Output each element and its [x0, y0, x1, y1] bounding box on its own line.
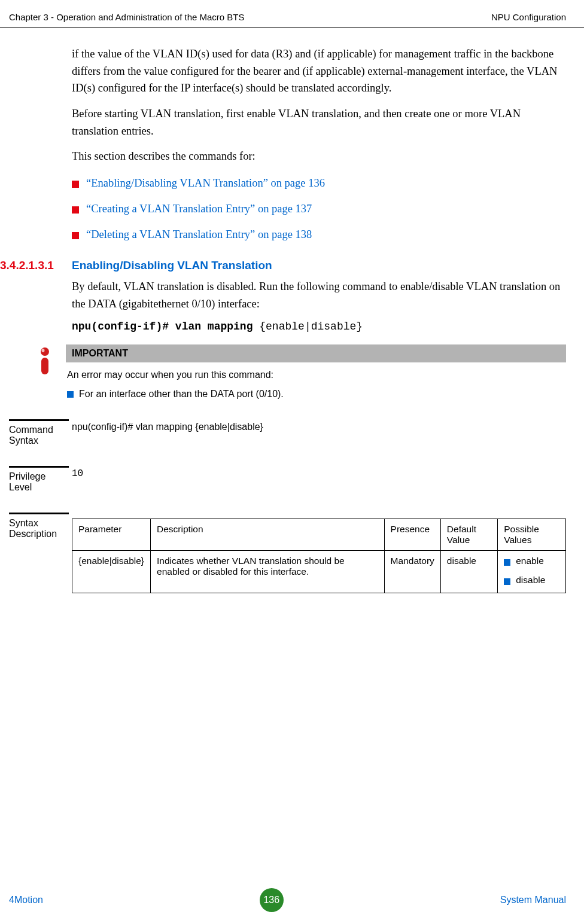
syntax-description-block: Syntax Description Parameter Description…: [9, 508, 566, 593]
value-text: disable: [516, 575, 545, 585]
footer-left: 4Motion: [9, 895, 43, 905]
table-row: {enable|disable} Indicates whether VLAN …: [72, 551, 566, 593]
list-item: “Deleting a VLAN Translation Entry” on p…: [72, 228, 566, 241]
bullet-icon: [67, 391, 74, 398]
svg-rect-1: [41, 358, 48, 374]
page-header: Chapter 3 - Operation and Administration…: [0, 0, 584, 28]
important-label: IMPORTANT: [66, 344, 566, 362]
section-title: Enabling/Disabling VLAN Translation: [72, 259, 272, 272]
bullet-icon: [72, 206, 79, 214]
list-item: “Creating a VLAN Translation Entry” on p…: [72, 203, 566, 215]
col-presence: Presence: [384, 519, 440, 551]
link-list: “Enabling/Disabling VLAN Translation” on…: [72, 177, 566, 241]
cell-description: Indicates whether VLAN translation shoul…: [151, 551, 385, 593]
col-possible: Possible Values: [498, 519, 566, 551]
paragraph: This section describes the commands for:: [72, 148, 566, 165]
cross-ref-link[interactable]: “Deleting a VLAN Translation Entry” on p…: [86, 228, 312, 241]
cross-ref-link[interactable]: “Enabling/Disabling VLAN Translation” on…: [86, 177, 325, 190]
col-description: Description: [151, 519, 385, 551]
svg-point-2: [42, 349, 45, 352]
content-area: if the value of the VLAN ID(s) used for …: [0, 45, 584, 593]
code-command: npu(config-if)# vlan mapping {enable|dis…: [72, 321, 566, 333]
cell-presence: Mandatory: [384, 551, 440, 593]
page-footer: 4Motion 136 System Manual: [9, 888, 566, 912]
svg-point-0: [41, 347, 49, 356]
bullet-icon: [72, 232, 79, 239]
value-option: enable: [504, 556, 559, 566]
info-label: Privilege Level: [9, 466, 69, 493]
table-header-row: Parameter Description Presence Default V…: [72, 519, 566, 551]
footer-right: System Manual: [500, 895, 566, 905]
syntax-table-wrapper: Parameter Description Presence Default V…: [72, 508, 566, 593]
col-default: Default Value: [440, 519, 497, 551]
important-text: An error may occur when you run this com…: [67, 370, 562, 380]
bullet-icon: [504, 559, 510, 566]
command-syntax-block: Command Syntax npu(config-if)# vlan mapp…: [9, 414, 566, 446]
cell-parameter: {enable|disable}: [72, 551, 151, 593]
list-item: “Enabling/Disabling VLAN Translation” on…: [72, 177, 566, 190]
info-icon: [24, 344, 66, 400]
bullet-icon: [504, 578, 510, 585]
section-heading: 3.4.2.1.3.1 Enabling/Disabling VLAN Tran…: [0, 259, 566, 272]
value-option: disable: [504, 575, 559, 585]
paragraph: if the value of the VLAN ID(s) used for …: [72, 45, 566, 97]
cell-default: disable: [440, 551, 497, 593]
privilege-level-block: Privilege Level 10: [9, 461, 566, 493]
page-number: 136: [260, 888, 284, 912]
value-text: enable: [516, 556, 544, 566]
important-body: An error may occur when you run this com…: [66, 362, 566, 400]
code-bold: npu(config-if)# vlan mapping: [72, 321, 259, 333]
section-number: 3.4.2.1.3.1: [0, 259, 72, 272]
important-content: IMPORTANT An error may occur when you ru…: [66, 344, 566, 400]
bullet-icon: [72, 181, 79, 188]
cross-ref-link[interactable]: “Creating a VLAN Translation Entry” on p…: [86, 203, 312, 215]
info-label: Syntax Description: [9, 513, 69, 539]
important-item: For an interface other than the DATA por…: [79, 389, 284, 400]
syntax-table: Parameter Description Presence Default V…: [72, 519, 566, 593]
command-syntax-value: npu(config-if)# vlan mapping {enable|dis…: [72, 414, 566, 432]
paragraph: By default, VLAN translation is disabled…: [72, 278, 566, 312]
code-args: {enable|disable}: [259, 321, 363, 333]
privilege-level-value: 10: [72, 461, 566, 479]
important-note: IMPORTANT An error may occur when you ru…: [24, 344, 566, 400]
paragraph: Before starting VLAN translation, first …: [72, 105, 566, 139]
list-item: For an interface other than the DATA por…: [67, 389, 562, 400]
col-parameter: Parameter: [72, 519, 151, 551]
info-label: Command Syntax: [9, 419, 69, 446]
cell-possible-values: enable disable: [498, 551, 566, 593]
header-right: NPU Configuration: [491, 12, 566, 22]
header-left: Chapter 3 - Operation and Administration…: [9, 12, 245, 22]
